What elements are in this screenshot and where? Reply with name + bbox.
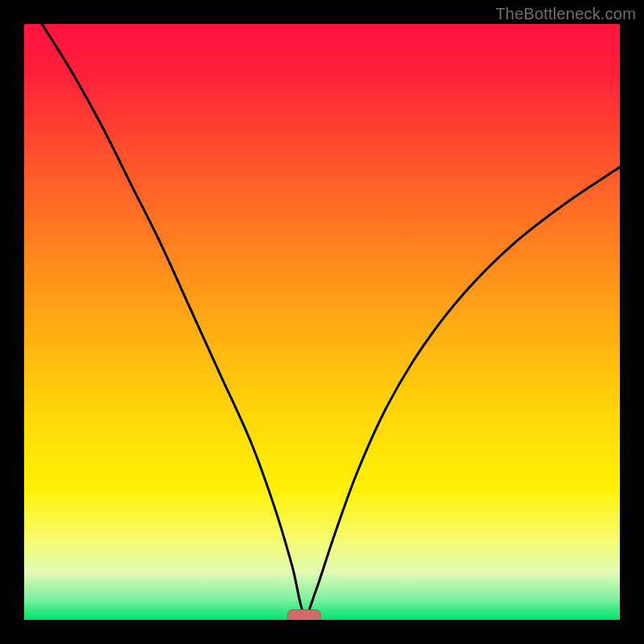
- attribution-label: TheBottleneck.com: [495, 5, 636, 23]
- outer-frame: TheBottleneck.com: [0, 0, 644, 644]
- gradient-background: [24, 24, 620, 620]
- chart-svg: [24, 24, 620, 620]
- chart-area: [24, 24, 620, 620]
- minimum-marker: [287, 609, 320, 620]
